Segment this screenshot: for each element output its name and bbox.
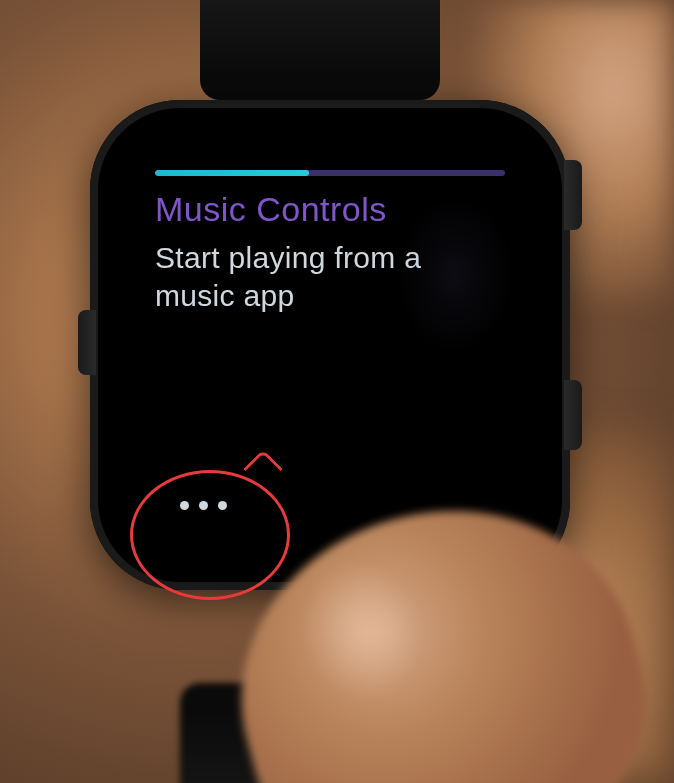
progress-fill: [155, 170, 309, 176]
watch-band-top: [200, 0, 440, 100]
side-button-left[interactable]: [78, 310, 96, 375]
watch-screen[interactable]: Music Controls Start playing from a musi…: [125, 135, 535, 555]
screen-body-text: Start playing from a music app: [155, 239, 505, 314]
side-button-lower[interactable]: [564, 380, 582, 450]
progress-bar: [155, 170, 505, 176]
page-dots-indicator[interactable]: [180, 501, 227, 510]
page-dot: [218, 501, 227, 510]
side-button-upper[interactable]: [564, 160, 582, 230]
page-dot: [199, 501, 208, 510]
screen-title: Music Controls: [155, 190, 505, 229]
page-dot: [180, 501, 189, 510]
